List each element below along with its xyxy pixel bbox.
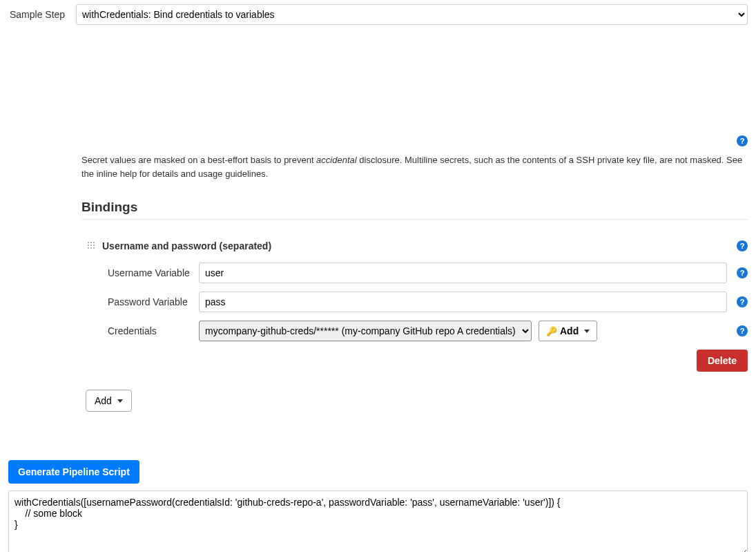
sample-step-label: Sample Step	[8, 9, 70, 20]
svg-point-4	[90, 245, 92, 246]
help-icon[interactable]: ?	[737, 325, 748, 336]
chevron-down-icon	[584, 330, 590, 333]
add-credential-button[interactable]: 🔑 Add	[539, 321, 597, 341]
add-credential-label: Add	[560, 325, 579, 336]
svg-point-2	[93, 242, 95, 243]
svg-point-3	[88, 245, 89, 246]
masking-description: Secret values are masked on a best-effor…	[81, 153, 748, 180]
username-variable-input[interactable]	[199, 263, 727, 283]
svg-point-7	[90, 247, 92, 249]
svg-point-1	[90, 242, 92, 243]
binding-type-title: Username and password (separated)	[102, 240, 271, 251]
pipeline-script-output[interactable]	[8, 491, 748, 552]
section-divider	[81, 219, 748, 220]
help-icon[interactable]: ?	[737, 135, 748, 146]
key-icon: 🔑	[546, 326, 557, 336]
credentials-label: Credentials	[108, 325, 193, 336]
desc-part-1: Secret values are masked on a best-effor…	[81, 155, 316, 165]
desc-accidental: accidental	[316, 155, 357, 165]
svg-point-0	[88, 242, 89, 243]
credentials-select[interactable]: mycompany-github-creds/****** (my-compan…	[199, 321, 532, 341]
generate-pipeline-script-button[interactable]: Generate Pipeline Script	[8, 460, 139, 484]
drag-handle-icon[interactable]	[87, 241, 97, 251]
svg-point-6	[88, 247, 89, 249]
add-binding-label: Add	[95, 395, 112, 406]
chevron-down-icon	[117, 399, 123, 403]
bindings-section-title: Bindings	[81, 200, 748, 215]
sample-step-select[interactable]: withCredentials: Bind credentials to var…	[76, 4, 748, 25]
password-variable-input[interactable]	[199, 292, 727, 312]
svg-point-5	[93, 245, 95, 246]
username-variable-label: Username Variable	[108, 267, 193, 278]
help-icon[interactable]: ?	[737, 240, 748, 251]
delete-binding-button[interactable]: Delete	[697, 350, 748, 372]
svg-point-8	[93, 247, 95, 249]
password-variable-label: Password Variable	[108, 296, 193, 307]
add-binding-button[interactable]: Add	[86, 390, 132, 412]
help-icon[interactable]: ?	[737, 296, 748, 307]
help-icon[interactable]: ?	[737, 267, 748, 278]
